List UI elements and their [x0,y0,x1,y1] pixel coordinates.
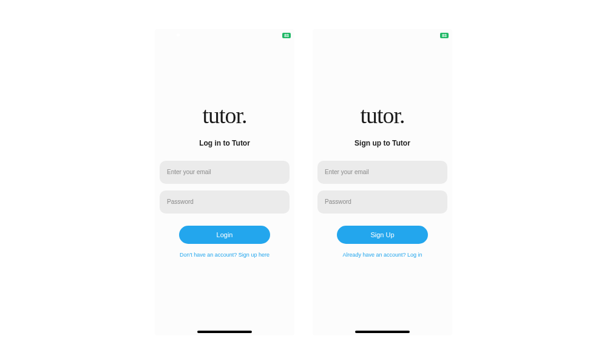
signup-link[interactable]: Don't have an account? Sign up here [180,252,270,258]
home-indicator-icon [197,331,252,333]
home-indicator-icon [355,331,410,333]
signup-screen: 83 tutor. Sign up to Tutor Sign Up Alrea… [313,29,452,335]
battery-badge: 83 [440,33,449,38]
password-field[interactable] [160,190,290,214]
login-screen: 83 tutor. Log in to Tutor Login Don't ha… [155,29,294,335]
status-dot-icon [177,33,180,36]
page-title: Log in to Tutor [199,139,250,147]
status-bar: 83 [155,29,294,40]
app-logo: tutor. [360,104,404,127]
status-bar: 83 [313,29,452,40]
email-field[interactable] [317,161,447,184]
battery-badge: 83 [282,33,291,38]
signup-button[interactable]: Sign Up [337,226,428,244]
login-link[interactable]: Already have an account? Log in [342,252,422,258]
page-title: Sign up to Tutor [354,139,410,147]
app-logo: tutor. [202,104,246,127]
password-field[interactable] [317,190,447,214]
email-field[interactable] [160,161,290,184]
login-button[interactable]: Login [179,226,270,244]
